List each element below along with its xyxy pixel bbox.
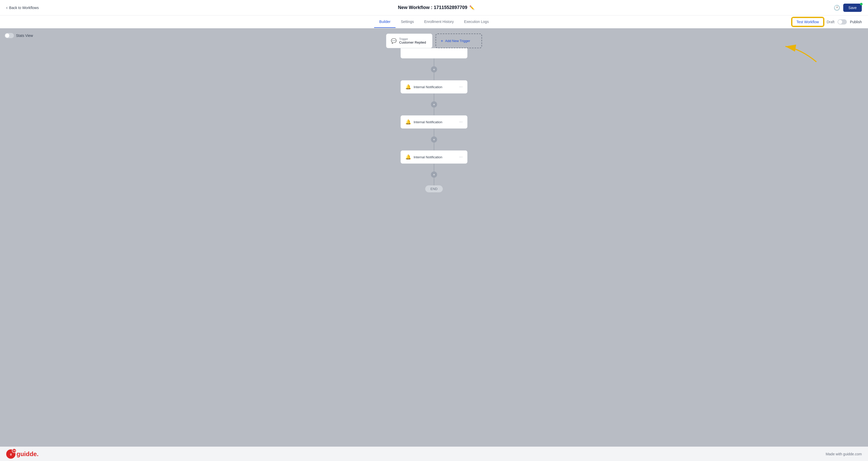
tab-settings[interactable]: Settings [396,16,419,28]
node-1-label: Internal Notification [414,85,457,89]
tab-enrollment-history[interactable]: Enrollment History [419,16,459,28]
bell-icon-3: 🔔 [405,154,411,160]
header-title-area: New Workflow : 1711552897709 ✏️ [39,5,834,10]
plus-icon: + [441,39,443,43]
connector-line [434,107,434,115]
connector-line [434,94,434,101]
badge-count: 79 [12,448,17,453]
workflow-canvas: 💬 Trigger Customer Replied + Add New Tri… [0,28,868,447]
nav-right-actions: Test Workflow Draft Publish [792,18,862,26]
tab-execution-logs[interactable]: Execution Logs [459,16,494,28]
action-node-1[interactable]: 🔔 Internal Notification ··· [400,80,468,94]
trigger-row: 💬 Trigger Customer Replied + Add New Tri… [382,34,486,48]
guidde-brand-text: guidde. [17,451,38,458]
connector-2: + [431,94,437,115]
history-icon[interactable]: 🕐 [834,5,840,11]
add-new-trigger-button[interactable]: + Add New Trigger [436,34,482,48]
draft-label: Draft [827,20,834,24]
chevron-left-icon: ‹ [6,5,7,10]
guidde-logo: g 79 guidde. [6,450,38,459]
connector-line [434,178,434,186]
trigger-value: Customer Replied [399,40,426,44]
guidde-badge: g 79 [6,450,16,459]
edit-title-icon[interactable]: ✏️ [469,5,474,10]
workflow-title: New Workflow : 1711552897709 [398,5,467,10]
connector-3: + [431,129,437,150]
back-label: Back to Workflows [9,6,39,10]
trigger-label: Trigger [399,37,426,40]
node-3-menu-icon[interactable]: ··· [459,155,463,159]
connector-line [434,72,434,80]
end-node: END [425,186,442,192]
connector-end: + [431,164,437,186]
bottom-bar: g 79 guidde. Made with guidde.com [0,447,868,461]
bell-icon-2: 🔔 [405,119,411,125]
connector-line [434,164,434,171]
add-node-button-3[interactable]: + [431,136,437,142]
tab-builder[interactable]: Builder [374,16,396,28]
publish-label: Publish [850,20,862,24]
node-2-label: Internal Notification [414,120,457,124]
action-node-3[interactable]: 🔔 Internal Notification ··· [400,150,468,164]
workflow-canvas-area: Stats View 💬 Trigger Customer Replied + … [0,28,868,447]
node-1-menu-icon[interactable]: ··· [459,85,463,89]
bell-icon-1: 🔔 [405,84,411,90]
connector-line [434,59,434,66]
workflow-nodes: 💬 Trigger Customer Replied + Add New Tri… [382,34,486,192]
node-2-menu-icon[interactable]: ··· [459,120,463,124]
stats-view-label: Stats View [16,34,33,38]
add-node-button-end[interactable]: + [431,171,437,178]
made-with-text: Made with guidde.com [826,452,862,456]
trigger-text: Trigger Customer Replied [399,37,426,44]
test-workflow-button[interactable]: Test Workflow [792,18,824,26]
trigger-body-box [400,48,468,59]
header: ‹ Back to Workflows New Workflow : 17115… [0,0,868,15]
stats-view-toggle[interactable] [5,33,14,38]
connector-1: + [431,59,437,80]
trigger-chat-icon: 💬 [391,38,397,44]
action-node-2[interactable]: 🔔 Internal Notification ··· [400,115,468,129]
connector-line [434,142,434,150]
add-node-button-1[interactable]: + [431,66,437,72]
add-trigger-label: Add New Trigger [445,39,470,43]
trigger-card[interactable]: 💬 Trigger Customer Replied [386,34,432,48]
back-to-workflows-button[interactable]: ‹ Back to Workflows [6,5,39,10]
node-3-label: Internal Notification [414,155,457,159]
nav-tabs: Builder Settings Enrollment History Exec… [0,15,868,28]
add-node-button-2[interactable]: + [431,101,437,107]
header-actions: 🕐 Save [834,4,862,12]
save-button[interactable]: Save [843,4,862,12]
stats-view-toggle-area: Stats View [5,33,33,38]
connector-line [434,129,434,136]
draft-publish-toggle[interactable] [838,19,847,25]
